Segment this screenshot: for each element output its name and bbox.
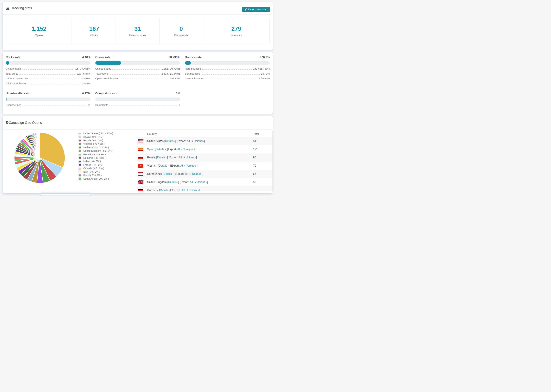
export-all-link[interactable]: All › (179, 156, 184, 159)
legend-item-united-states: United States ( 541 / 31% ) (78, 132, 137, 135)
stat-clicks: 167Clicks (72, 18, 116, 44)
progress-bar-unsubscribe-rate (6, 98, 91, 101)
geo-row-vietnam: Vietnam [Details ›] [Export: All › / Uni… (137, 162, 272, 170)
legend-swatch (78, 170, 81, 173)
horizontal-scrollbar-thumb[interactable] (41, 194, 90, 196)
export-all-link[interactable]: All › (185, 172, 190, 175)
legend-label: Romania ( 49 / 3% ) (83, 156, 106, 159)
legend-label: France ( 42 / 2% ) (83, 163, 103, 166)
export-all-link[interactable]: All › (190, 181, 195, 183)
rate-line-value: 31 (88, 104, 91, 106)
progress-bar-clicks-rate (6, 61, 91, 65)
rate-line-label: Clicks to opens rate (6, 77, 28, 80)
stat-label: Unsubscribes (129, 34, 146, 37)
flag-nl-icon (138, 172, 143, 176)
rate-line-value: 4.147% (82, 82, 91, 85)
dotted-leader (23, 105, 86, 106)
legend-item-south-africa: South Africa ( 29 / 2% ) (78, 177, 137, 181)
stat-value: 279 (231, 25, 241, 32)
export-all-link[interactable]: All › (187, 140, 191, 142)
export-unique-link[interactable]: Unique › (192, 172, 202, 175)
export-prefix: Export: (176, 172, 184, 175)
rate-line-label: Unique opens (95, 67, 111, 70)
details-link[interactable]: Details › (157, 156, 167, 159)
details-link[interactable]: Details › (163, 172, 174, 175)
card-title-campaign-geo-opens: Campaign Geo Opens (9, 121, 42, 125)
legend-label: South Africa ( 29 / 2% ) (83, 177, 109, 180)
dotted-leader (201, 74, 260, 75)
details-link[interactable]: Details › (159, 164, 169, 167)
export-unique-link[interactable]: Unique › (194, 140, 204, 142)
export-unique-link[interactable]: Unique › (184, 148, 195, 151)
legend-swatch (78, 132, 81, 135)
rate-line-click-through-rate: Click through rate4.147% (6, 82, 91, 87)
flag-gb-icon (138, 181, 143, 184)
export-all-link[interactable]: All › (177, 148, 182, 151)
stat-label: Clicks (90, 34, 98, 37)
legend-item-united-kingdom: United Kingdom ( 59 / 3% ) (78, 149, 137, 153)
progress-bar-bounce-rate (185, 61, 270, 65)
rate-value: 4.46% (82, 56, 90, 59)
export-prefix: Export: (170, 156, 178, 159)
rate-title: Complaints rate (95, 92, 117, 95)
legend-swatch (78, 153, 81, 156)
card-title-tracking-stats: Tracking stats (11, 6, 32, 10)
details-link[interactable]: Details › (168, 181, 178, 183)
rate-line-label: Total clicks (6, 72, 18, 75)
progress-fill (6, 61, 9, 65)
details-link[interactable]: Details › (156, 148, 166, 151)
dotted-leader (110, 105, 177, 106)
export-all-link[interactable]: All › (182, 189, 186, 192)
country-name: United States (147, 140, 164, 142)
country-name: Vietnam (147, 164, 157, 167)
export-unique-link[interactable]: Unique › (186, 156, 196, 159)
details-link[interactable]: Details › (165, 140, 175, 142)
rate-line-label: Complaints (95, 104, 108, 106)
export-unique-link[interactable]: Unique › (187, 164, 198, 167)
export-icon (244, 8, 247, 11)
country-name: Germany (147, 189, 158, 192)
rate-block-opens-rate: Opens rate30.736%Unique opens1,152 / 30.… (95, 56, 180, 87)
pie-legend: United States ( 541 / 31% )Spain ( 121 /… (78, 132, 137, 181)
rate-line-value: 0 (179, 104, 180, 106)
rate-line-opens-to-clicks-rate: Opens to clicks rate689.82% (95, 77, 180, 82)
campaign-geo-opens-card: Campaign Geo Opens United States ( 541 /… (3, 116, 273, 193)
country-total: 121 (253, 148, 272, 151)
progress-fill (6, 98, 7, 101)
legend-item-netherlands: Netherlands ( 67 / 4% ) (78, 146, 137, 149)
stat-value: 167 (89, 25, 99, 32)
dotted-leader (20, 74, 76, 75)
rate-line-unsubscribes: Unsubscribes31 (6, 104, 91, 108)
legend-item-canada: Canada ( 40 / 2% ) (78, 167, 137, 170)
details-link[interactable]: Details › (160, 189, 170, 192)
country-total: 79 (253, 164, 272, 167)
progress-fill (95, 61, 121, 65)
legend-label: United States ( 541 / 31% ) (83, 132, 113, 135)
export-all-link[interactable]: All › (180, 164, 185, 167)
export-prefix: Export: (172, 189, 181, 192)
rate-line-hard-bounces: Hard bounces242 / 86.738% (185, 67, 270, 72)
export-prefix: Export: (171, 164, 180, 167)
legend-label: Italy ( 36 / 2% ) (83, 170, 100, 173)
flag-us-icon (138, 139, 143, 143)
rate-line-value: 18 / 0% (261, 72, 270, 75)
dotted-leader (202, 69, 252, 70)
bar-chart-icon (6, 6, 9, 10)
legend-label: Netherlands ( 67 / 4% ) (83, 146, 109, 149)
legend-label: Canada ( 40 / 2% ) (83, 167, 104, 170)
rate-title: Clicks rate (6, 56, 20, 59)
tracking-stats-header: Tracking stats Export basic stats (3, 2, 273, 14)
rate-line-value: 220 / 5.87% (77, 72, 91, 75)
legend-label: Russia ( 86 / 5% ) (83, 139, 103, 142)
stat-label: Complaints (174, 34, 188, 37)
export-unique-link[interactable]: Unique › (197, 181, 207, 183)
export-basic-stats-button[interactable]: Export basic stats (242, 7, 270, 12)
stat-value: 0 (179, 25, 183, 32)
export-unique-link[interactable]: Unique › (189, 189, 199, 192)
legend-swatch (78, 160, 81, 163)
country-name: Russia (147, 156, 155, 159)
rate-title: Opens rate (95, 56, 111, 59)
legend-swatch (78, 143, 81, 145)
rate-line-unique-clicks: Unique clicks167 / 4.456% (6, 67, 91, 72)
progress-bar-complaints-rate (95, 98, 180, 101)
